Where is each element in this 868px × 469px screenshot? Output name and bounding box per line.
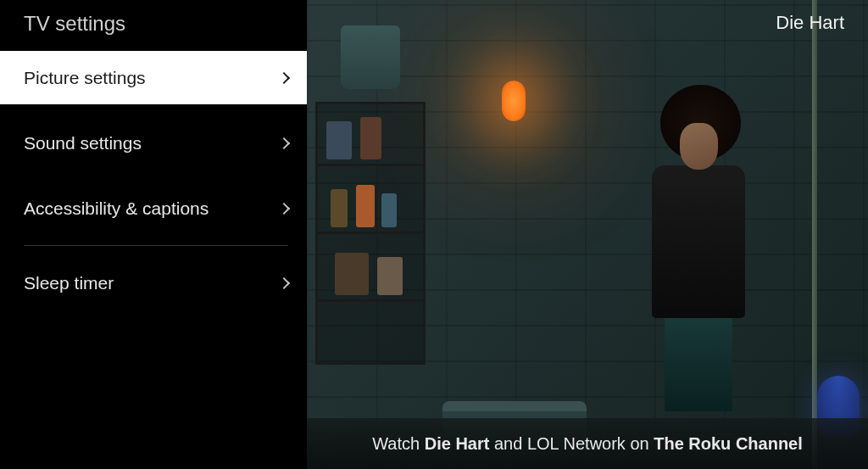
content-title: Die Hart [776, 12, 844, 34]
menu-item-label: Sound settings [24, 133, 142, 154]
sidebar-title: TV settings [0, 12, 307, 51]
promo-text: Watch Die Hart and LOL Network on The Ro… [307, 434, 868, 454]
menu-divider [24, 245, 288, 246]
menu-item-label: Picture settings [24, 68, 146, 88]
menu-item-label: Accessibility & captions [24, 198, 209, 219]
chevron-right-icon [278, 71, 290, 83]
menu-item-label: Sleep timer [24, 273, 114, 293]
chevron-right-icon [278, 276, 290, 288]
chevron-right-icon [278, 202, 290, 214]
menu-item-accessibility[interactable]: Accessibility & captions [0, 181, 307, 235]
menu-item-picture-settings[interactable]: Picture settings [0, 51, 307, 104]
settings-sidebar: TV settings Picture settings Sound setti… [0, 0, 307, 469]
video-preview [307, 0, 868, 469]
chevron-right-icon [278, 137, 290, 148]
menu-item-sleep-timer[interactable]: Sleep timer [0, 256, 307, 310]
menu-item-sound-settings[interactable]: Sound settings [0, 116, 307, 170]
